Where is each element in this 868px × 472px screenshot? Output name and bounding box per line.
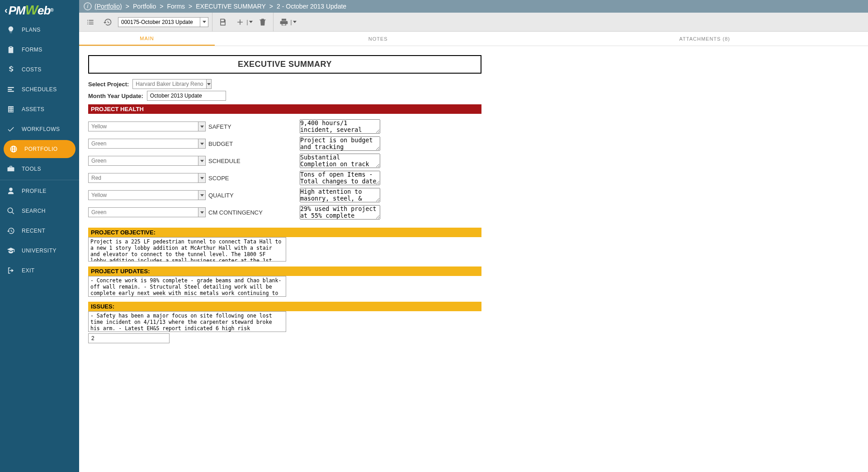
breadcrumb-executive-summary[interactable]: EXECUTIVE SUMMARY: [196, 3, 266, 10]
dropdown-icon[interactable]: [198, 139, 205, 148]
toolbox-icon: [6, 164, 15, 173]
tab-notes[interactable]: NOTES: [215, 32, 542, 46]
health-safety-note[interactable]: [300, 119, 380, 134]
dropdown-icon[interactable]: [198, 173, 205, 182]
logo-eb: eb: [38, 4, 50, 17]
project-objective-header: PROJECT OBJECTIVE:: [88, 228, 481, 237]
logo-w: W: [25, 2, 38, 17]
select-project-combo[interactable]: [132, 79, 212, 89]
sidebar-item-label: TOOLS: [22, 166, 41, 172]
main-content: EXECUTIVE SUMMARY Select Project: Month …: [79, 46, 576, 361]
health-quality-note[interactable]: [300, 188, 380, 202]
building-icon: [6, 105, 15, 114]
health-safety-combo[interactable]: [88, 122, 206, 131]
health-schedule-combo[interactable]: [88, 156, 206, 166]
globe-icon: [9, 145, 18, 154]
sidebar-item-schedules[interactable]: SCHEDULES: [0, 79, 79, 99]
dropdown-icon[interactable]: [206, 79, 211, 89]
info-icon[interactable]: i: [84, 2, 92, 10]
health-scope-note[interactable]: [300, 171, 380, 185]
sidebar-item-costs[interactable]: COSTS: [0, 60, 79, 79]
tab-attachments[interactable]: ATTACHMENTS (8): [542, 32, 868, 46]
sidebar-item-recent[interactable]: RECENT: [0, 221, 79, 241]
health-contingency-combo[interactable]: [88, 207, 206, 217]
dropdown-icon[interactable]: [198, 208, 205, 217]
health-quality-combo[interactable]: [88, 190, 206, 200]
tab-main[interactable]: MAIN: [79, 32, 215, 46]
toolbar-separator: [273, 13, 274, 32]
sidebar-item-exit[interactable]: EXIT: [0, 261, 79, 280]
logo[interactable]: ‹ PMWeb ®: [0, 0, 79, 20]
sidebar-item-assets[interactable]: ASSETS: [0, 99, 79, 119]
sidebar-item-university[interactable]: UNIVERSITY: [0, 241, 79, 261]
health-budget-note[interactable]: [300, 136, 380, 151]
project-updates-header: PROJECT UPDATES:: [88, 266, 481, 276]
sidebar-item-profile[interactable]: PROFILE: [0, 181, 79, 201]
health-value-input[interactable]: [89, 191, 198, 199]
health-contingency-note[interactable]: [300, 205, 380, 220]
toolbar-separator: [212, 13, 212, 32]
sidebar-item-label: PLANS: [22, 27, 41, 33]
history-icon[interactable]: [101, 15, 114, 29]
issues-header: ISSUES:: [88, 302, 481, 311]
breadcrumb-forms[interactable]: Forms: [167, 3, 185, 10]
dollar-icon: [6, 65, 15, 74]
lightbulb-icon: [6, 25, 15, 34]
health-value-input[interactable]: [89, 157, 198, 165]
select-project-input[interactable]: [133, 80, 206, 88]
breadcrumb-current: 2 - October 2013 Update: [277, 3, 346, 10]
nav-footer: PROFILE SEARCH RECENT UNIVERSITY EXIT: [0, 181, 79, 280]
breadcrumb-sep: >: [189, 3, 192, 10]
health-value-input[interactable]: [89, 208, 198, 216]
nav-main: PLANS FORMS COSTS SCHEDULES ASSETS WORKF…: [0, 20, 79, 179]
sidebar-item-workflows[interactable]: WORKFLOWS: [0, 119, 79, 139]
record-selector[interactable]: [118, 17, 208, 27]
sidebar-item-label: PROFILE: [22, 188, 47, 194]
bottom-number-input[interactable]: [88, 333, 170, 343]
sidebar-item-label: UNIVERSITY: [22, 248, 57, 254]
health-schedule-note[interactable]: [300, 154, 380, 168]
health-value-input[interactable]: [89, 140, 198, 148]
health-quality-label: QUALITY: [208, 192, 234, 199]
list-icon[interactable]: [84, 15, 97, 29]
sidebar-item-forms[interactable]: FORMS: [0, 40, 79, 60]
save-icon[interactable]: [216, 15, 230, 29]
form-title: EXECUTIVE SUMMARY: [88, 55, 481, 74]
print-icon[interactable]: [277, 15, 291, 29]
health-budget-label: BUDGET: [208, 140, 233, 147]
sidebar-item-search[interactable]: SEARCH: [0, 201, 79, 221]
add-dropdown-icon[interactable]: |: [247, 15, 252, 29]
health-safety-label: SAFETY: [208, 123, 231, 130]
project-objective-text[interactable]: [88, 237, 286, 262]
sidebar-item-label: SCHEDULES: [22, 86, 57, 93]
health-budget-combo[interactable]: [88, 139, 206, 149]
health-value-input[interactable]: [89, 174, 198, 182]
month-year-input[interactable]: [147, 91, 226, 101]
delete-icon[interactable]: [256, 15, 269, 29]
graduation-icon: [6, 246, 15, 255]
sidebar-item-tools[interactable]: TOOLS: [0, 159, 79, 179]
dropdown-icon[interactable]: [198, 191, 205, 200]
project-updates-text[interactable]: [88, 276, 286, 297]
add-icon[interactable]: [233, 15, 247, 29]
sidebar-item-label: EXIT: [22, 267, 35, 274]
tabs: MAIN NOTES ATTACHMENTS (8): [79, 32, 868, 46]
dropdown-icon[interactable]: [198, 156, 205, 165]
toolbar: | |: [79, 13, 868, 32]
breadcrumb-sep: >: [160, 3, 163, 10]
sidebar-item-portfolio[interactable]: PORTFOLIO: [4, 140, 75, 158]
collapse-caret-icon: ‹: [5, 5, 8, 15]
trademark-icon: ®: [50, 8, 53, 13]
sidebar-item-plans[interactable]: PLANS: [0, 20, 79, 40]
breadcrumb-root[interactable]: (Portfolio): [94, 3, 122, 10]
health-value-input[interactable]: [89, 122, 198, 131]
print-dropdown-icon[interactable]: |: [291, 15, 296, 29]
tab-label: ATTACHMENTS (8): [679, 36, 730, 42]
dropdown-icon[interactable]: [200, 18, 208, 27]
breadcrumb-sep: >: [126, 3, 129, 10]
health-scope-combo[interactable]: [88, 173, 206, 183]
breadcrumb-portfolio[interactable]: Portfolio: [133, 3, 156, 10]
record-selector-input[interactable]: [118, 18, 200, 26]
issues-text[interactable]: [88, 311, 286, 332]
dropdown-icon[interactable]: [198, 122, 205, 131]
